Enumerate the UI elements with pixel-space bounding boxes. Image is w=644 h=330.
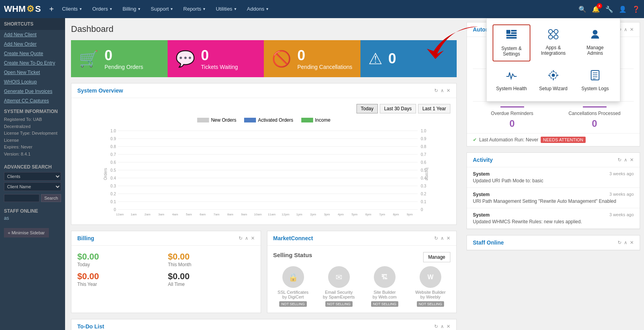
activity-item-1-system: System: [473, 171, 490, 177]
legend-new-orders: New Orders: [197, 117, 236, 123]
manage-button[interactable]: Manage: [423, 252, 450, 262]
todo-close-icon[interactable]: ✕: [446, 324, 450, 329]
advanced-search-section: Advanced Search Clients Client Name Sear…: [0, 161, 65, 205]
staff-close-icon[interactable]: ✕: [630, 240, 634, 245]
sidebar-link-generate-invoices[interactable]: Generate Due Invoices: [0, 87, 65, 96]
logo-gear: ⚙: [26, 4, 34, 14]
svg-text:3am: 3am: [158, 213, 164, 216]
auto-close-icon[interactable]: ✕: [630, 27, 634, 32]
svg-text:1am: 1am: [131, 213, 137, 216]
refresh-icon[interactable]: ↻: [434, 88, 438, 93]
add-button[interactable]: +: [47, 5, 56, 14]
nav-addons[interactable]: Addons ▼: [243, 0, 273, 18]
system-settings-icon: [506, 29, 517, 43]
billing-refresh-icon[interactable]: ↻: [239, 235, 243, 241]
market-refresh-icon[interactable]: ↻: [434, 235, 438, 241]
nav-reports[interactable]: Reports ▼: [179, 0, 210, 18]
svg-text:7am: 7am: [213, 213, 220, 216]
sidebar: Shortcuts Add New Client Add New Order C…: [0, 18, 65, 330]
activity-expand-icon[interactable]: ∧: [624, 157, 627, 163]
auto-expand-icon[interactable]: ∧: [624, 27, 627, 32]
search-input[interactable]: [4, 194, 39, 202]
dropdown-setup-wizard[interactable]: Setup Wizard: [534, 65, 572, 95]
svg-text:8am: 8am: [227, 213, 233, 216]
activity-item-2-time: 3 weeks ago: [609, 192, 634, 197]
weebly-icon: W: [420, 266, 441, 288]
dropdown-system-logs[interactable]: System Logs: [576, 65, 614, 95]
todo-section: To-Do List ↻ ∧ ✕: [71, 319, 457, 330]
svg-text:3pm: 3pm: [324, 213, 330, 216]
nav-utilities[interactable]: Utilities ▼: [212, 0, 241, 18]
sidebar-link-add-client[interactable]: Add New Client: [0, 30, 65, 39]
sidebar-link-cc-captures[interactable]: Attempt CC Captures: [0, 96, 65, 106]
nav-support[interactable]: Support ▼: [147, 0, 177, 18]
notif-badge: X: [597, 3, 602, 9]
sidebar-link-add-order[interactable]: Add New Order: [0, 39, 65, 49]
system-overview-header: System Overview ↻ ∧ ✕: [71, 83, 456, 98]
nav-clients[interactable]: Clients ▼: [58, 0, 86, 18]
main-content: Dashboard 🛒 0 Pending Orders 💬 0 Tickets…: [65, 18, 463, 330]
dropdown-manage-admins[interactable]: Manage Admins: [576, 24, 614, 61]
dropdown-system-health[interactable]: System Health: [493, 65, 530, 95]
tickets-number: 0: [201, 47, 238, 64]
todo-refresh-icon[interactable]: ↻: [434, 324, 438, 329]
chart-btn-today[interactable]: Today: [357, 104, 378, 113]
market-close-icon[interactable]: ✕: [446, 235, 450, 241]
stat-info-cancellations: 0 Pending Cancellations: [297, 47, 352, 70]
svg-text:0.6: 0.6: [110, 160, 116, 165]
cancellations-proc-value: 0: [555, 118, 634, 129]
chart-btn-30days[interactable]: Last 30 Days: [380, 104, 416, 113]
svg-text:Income: Income: [425, 168, 429, 181]
stat-cards: 🛒 0 Pending Orders 💬 0 Tickets Waiting 🚫…: [71, 40, 457, 77]
stat-info-alerts: 0: [388, 50, 396, 67]
staff-online-title: Staff Online: [473, 239, 504, 246]
dropdown-system-settings[interactable]: System & Settings: [493, 24, 530, 61]
search-icon-btn[interactable]: 🔍: [579, 6, 586, 13]
search-field-dropdown[interactable]: Client Name: [4, 182, 61, 191]
nav-orders[interactable]: Orders ▼: [88, 0, 117, 18]
shortcuts-title: Shortcuts: [0, 18, 65, 30]
search-button[interactable]: Search: [41, 194, 61, 202]
stat-info-orders: 0 Pending Orders: [105, 47, 143, 70]
system-settings-label: System & Settings: [495, 46, 528, 57]
user-icon-btn[interactable]: 👤: [619, 6, 627, 13]
sidebar-link-new-ticket[interactable]: Open New Ticket: [0, 68, 65, 77]
billing-close-icon[interactable]: ✕: [251, 235, 255, 241]
advanced-search-title: Advanced Search: [4, 164, 61, 170]
help-icon-btn[interactable]: ❓: [632, 6, 640, 13]
staff-expand-icon[interactable]: ∧: [624, 240, 627, 245]
manage-admins-icon: [589, 28, 601, 43]
market-expand-icon[interactable]: ∧: [441, 235, 444, 241]
cancellations-proc-label: Cancellations Processed: [555, 111, 634, 116]
dropdown-apps-integrations[interactable]: Apps & Integrations: [534, 24, 572, 61]
staff-online-box: Staff Online ↻ ∧ ✕: [467, 235, 640, 250]
close-icon[interactable]: ✕: [446, 88, 450, 93]
chart-container: Today Last 30 Days Last 1 Year New Order…: [71, 98, 456, 224]
sidebar-link-create-quote[interactable]: Create New Quote: [0, 49, 65, 58]
activity-close-icon[interactable]: ✕: [630, 157, 634, 163]
ssl-status: NOT SELLING: [279, 301, 306, 307]
activity-item-3-header: System 3 weeks ago: [473, 212, 634, 218]
sidebar-link-whois[interactable]: WHOIS Lookup: [0, 77, 65, 87]
nav-billing[interactable]: Billing ▼: [119, 0, 145, 18]
notification-icon-btn[interactable]: 🔔 X: [592, 6, 600, 13]
system-overview-actions: ↻ ∧ ✕: [434, 88, 450, 93]
apps-integrations-icon: [547, 28, 559, 43]
billing-expand-icon[interactable]: ∧: [245, 235, 248, 241]
search-type-dropdown[interactable]: Clients: [4, 172, 61, 181]
expand-icon[interactable]: ∧: [441, 88, 444, 93]
todo-expand-icon[interactable]: ∧: [441, 324, 444, 329]
manage-admins-label: Manage Admins: [578, 45, 612, 56]
minimise-sidebar-btn[interactable]: « Minimise Sidebar: [4, 228, 49, 237]
system-info-section: System Information Registered To: UAB De…: [0, 106, 65, 161]
chart-btn-1year[interactable]: Last 1 Year: [418, 104, 450, 113]
svg-text:5am: 5am: [186, 213, 192, 216]
svg-text:8pm: 8pm: [393, 213, 399, 216]
stat-card-alerts: ⚠ 0: [360, 40, 457, 77]
activity-item-2-desc: URI Path Management Setting "Rewrite Aut…: [473, 198, 634, 204]
activity-refresh-icon[interactable]: ↻: [618, 157, 622, 163]
wrench-icon-btn[interactable]: 🔧: [605, 6, 613, 13]
sidebar-link-create-todo[interactable]: Create New To-Do Entry: [0, 58, 65, 68]
stat-reminders: Overdue Reminders 0: [473, 106, 551, 129]
staff-refresh-icon[interactable]: ↻: [618, 240, 622, 245]
